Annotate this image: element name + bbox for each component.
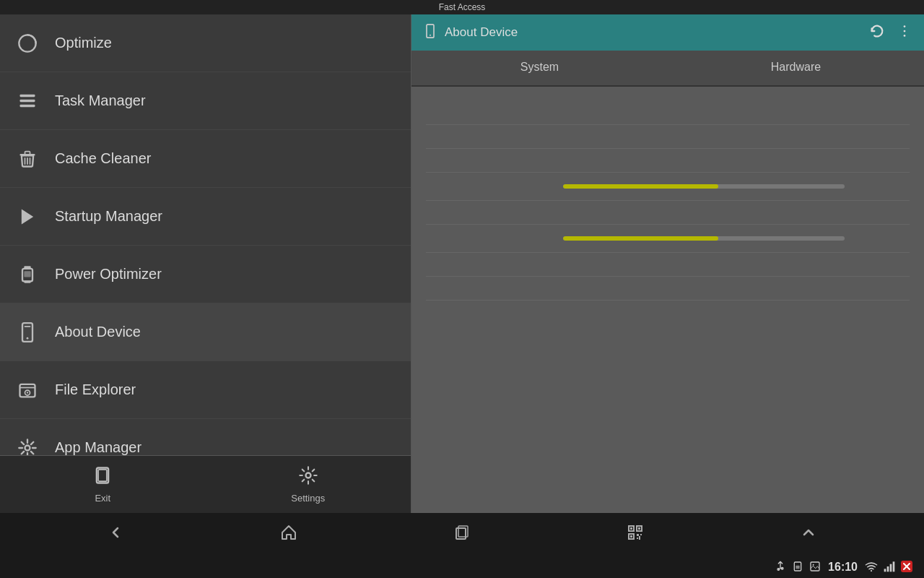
svg-rect-9 [24, 271, 30, 277]
app-manager-icon [14, 435, 40, 456]
gallery-icon [809, 561, 821, 574]
svg-point-47 [813, 564, 814, 565]
content-header-device-icon [423, 24, 437, 41]
info-row-2 [426, 125, 910, 149]
sidebar-bottom-nav: Exit Settings [0, 455, 411, 513]
progress-bar-fill-1 [563, 184, 718, 189]
svg-point-48 [871, 569, 872, 571]
status-icons-right [865, 561, 912, 574]
qr-button[interactable] [615, 518, 655, 551]
svg-point-24 [305, 473, 310, 478]
svg-rect-39 [640, 534, 642, 535]
sidebar-label-power-optimizer: Power Optimizer [55, 266, 162, 282]
settings-button[interactable]: Settings [206, 456, 411, 513]
status-icons [775, 561, 821, 574]
progress-bar-fill-2 [563, 236, 718, 241]
bottom-nav [0, 513, 924, 556]
status-bar: 16:10 [0, 556, 924, 578]
back-button[interactable] [95, 518, 136, 551]
xmark-icon [901, 561, 912, 574]
sidebar-item-file-explorer[interactable]: File Explorer [0, 361, 411, 419]
sidebar-label-app-manager: App Manager [55, 439, 141, 455]
task-manager-icon [14, 88, 40, 114]
svg-rect-40 [637, 538, 638, 539]
svg-rect-52 [893, 561, 895, 571]
wifi-icon [865, 561, 878, 574]
svg-rect-38 [637, 534, 639, 536]
home-button[interactable] [269, 518, 309, 551]
sidebar-label-task-manager: Task Manager [55, 92, 146, 109]
sidebar-item-startup-manager[interactable]: Startup Manager [0, 188, 411, 246]
svg-rect-37 [630, 535, 632, 538]
sidebar: Optimize Task Manager Cache Cleaner [0, 14, 411, 513]
progress-bar-2 [563, 236, 845, 241]
center-up-button[interactable] [788, 518, 829, 551]
svg-point-27 [904, 25, 906, 27]
svg-point-16 [25, 445, 30, 450]
info-row-5 [426, 253, 910, 277]
svg-point-11 [27, 337, 29, 339]
settings-icon [298, 465, 318, 490]
content-header-actions [869, 23, 912, 43]
settings-label: Settings [291, 493, 325, 504]
tab-hardware[interactable]: Hardware [668, 51, 924, 85]
status-time: 16:10 [828, 561, 858, 574]
exit-label: Exit [95, 493, 110, 504]
svg-rect-23 [98, 470, 107, 481]
info-row-3 [426, 149, 910, 173]
svg-point-15 [27, 392, 28, 393]
svg-rect-2 [20, 99, 35, 102]
svg-rect-8 [24, 280, 30, 283]
main-area: Optimize Task Manager Cache Cleaner [0, 14, 924, 513]
tab-bar: System Hardware [411, 51, 924, 87]
sidebar-item-cache-cleaner[interactable]: Cache Cleaner [0, 130, 411, 188]
file-explorer-icon [14, 377, 40, 403]
sidebar-label-file-explorer: File Explorer [55, 381, 136, 398]
info-row-6 [426, 277, 910, 301]
svg-rect-46 [811, 562, 819, 571]
optimize-icon [14, 30, 40, 56]
recents-button[interactable] [442, 518, 482, 551]
signal-icon [884, 561, 895, 574]
svg-rect-41 [639, 536, 640, 540]
content-area: About Device [411, 14, 924, 513]
info-row-1 [426, 101, 910, 125]
content-body [411, 87, 924, 513]
info-row-4 [426, 201, 910, 225]
info-section [426, 101, 910, 301]
refresh-button[interactable] [869, 23, 885, 43]
svg-rect-51 [890, 564, 892, 571]
cache-cleaner-icon [14, 146, 40, 172]
svg-rect-50 [887, 566, 889, 571]
sidebar-label-about-device: About Device [55, 324, 141, 340]
content-header: About Device [411, 14, 924, 51]
progress-bar-1 [563, 184, 845, 189]
svg-point-28 [904, 30, 906, 32]
sidebar-items: Optimize Task Manager Cache Cleaner [0, 14, 411, 455]
sidebar-item-task-manager[interactable]: Task Manager [0, 72, 411, 130]
usb-icon [775, 561, 786, 574]
sim-icon [792, 561, 803, 574]
svg-rect-33 [630, 527, 632, 530]
sidebar-label-cache-cleaner: Cache Cleaner [55, 150, 151, 167]
sidebar-item-optimize[interactable]: Optimize [0, 14, 411, 72]
more-options-button[interactable] [897, 23, 912, 43]
top-bar: Fast Access [0, 0, 924, 14]
svg-rect-45 [796, 565, 799, 569]
svg-marker-5 [22, 209, 33, 224]
progress-row-1 [426, 173, 910, 201]
svg-point-29 [904, 35, 906, 37]
sidebar-item-about-device[interactable]: About Device [0, 303, 411, 361]
startup-manager-icon [14, 204, 40, 230]
top-bar-title: Fast Access [439, 2, 486, 12]
sidebar-item-app-manager[interactable]: App Manager [0, 419, 411, 455]
svg-point-26 [430, 35, 431, 36]
sidebar-item-power-optimizer[interactable]: Power Optimizer [0, 246, 411, 303]
svg-rect-49 [884, 569, 886, 571]
exit-button[interactable]: Exit [0, 456, 206, 513]
svg-rect-3 [20, 104, 35, 107]
sidebar-label-optimize: Optimize [55, 35, 112, 51]
tab-system[interactable]: System [411, 51, 668, 85]
progress-row-2 [426, 225, 910, 253]
svg-rect-35 [638, 527, 640, 530]
